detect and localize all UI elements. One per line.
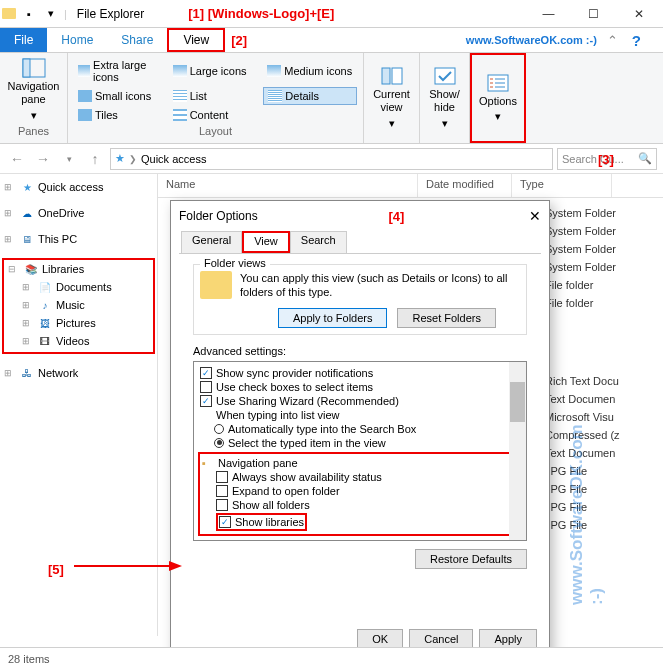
dialog-tab-search[interactable]: Search — [290, 231, 347, 253]
checkbox-icon[interactable] — [219, 516, 231, 528]
column-type[interactable]: Type — [512, 174, 612, 197]
dialog-close-button[interactable]: ✕ — [529, 208, 541, 224]
maximize-button[interactable]: ☐ — [571, 1, 616, 27]
qat-dropdown-icon[interactable]: ▾ — [42, 5, 60, 23]
tree-pictures[interactable]: ⊞🖼Pictures — [4, 314, 153, 332]
adv-use-check[interactable]: Use check boxes to select items — [198, 380, 522, 394]
adv-show-all[interactable]: Show all folders — [200, 498, 520, 512]
advanced-settings-list[interactable]: Show sync provider notifications Use che… — [193, 361, 527, 541]
dialog-tab-general[interactable]: General — [181, 231, 242, 253]
layout-small[interactable]: Small icons — [74, 87, 168, 106]
checkbox-icon[interactable] — [200, 395, 212, 407]
app-icon — [2, 8, 16, 19]
tree-this-pc[interactable]: ⊞🖥This PC — [0, 230, 157, 248]
layout-large[interactable]: Large icons — [169, 57, 263, 86]
dropdown-icon: ▾ — [495, 110, 501, 123]
ok-button[interactable]: OK — [357, 629, 403, 649]
dropdown-icon: ▾ — [31, 109, 37, 122]
tree-network[interactable]: ⊞🖧Network — [0, 364, 157, 382]
dialog-tab-view[interactable]: View — [242, 231, 290, 253]
layout-list[interactable]: List — [169, 87, 263, 106]
adv-when-typing: When typing into list view — [198, 408, 522, 422]
folder-views-label: Folder views — [200, 257, 270, 269]
ribbon-content: Navigation pane ▾ Panes Extra large icon… — [0, 52, 663, 144]
adv-auto-type[interactable]: Automatically type into the Search Box — [198, 422, 522, 436]
tab-home[interactable]: Home — [47, 28, 107, 52]
checkbox-icon[interactable] — [216, 471, 228, 483]
svg-marker-7 — [169, 561, 182, 571]
tab-file[interactable]: File — [0, 28, 47, 52]
folder-options-dialog: Folder Options [4] ✕ General View Search… — [170, 200, 550, 660]
show-hide-button[interactable]: Show/ hide▾ — [426, 57, 463, 139]
restore-defaults-button[interactable]: Restore Defaults — [415, 549, 527, 569]
adv-expand-open[interactable]: Expand to open folder — [200, 484, 520, 498]
annotation-4: [4] — [388, 209, 404, 224]
layout-group-label: Layout — [74, 123, 357, 139]
type-cell: Microsoft Visu — [545, 408, 645, 426]
tab-view[interactable]: View — [167, 28, 225, 52]
type-cell: JPG File — [545, 480, 645, 498]
layout-tiles[interactable]: Tiles — [74, 106, 168, 123]
column-name[interactable]: Name — [158, 174, 418, 197]
annotation-3: [3] — [598, 152, 614, 167]
apply-to-folders-button[interactable]: Apply to Folders — [278, 308, 387, 328]
type-cell: System Folder — [545, 204, 645, 222]
tab-share[interactable]: Share — [107, 28, 167, 52]
tree-documents[interactable]: ⊞📄Documents — [4, 278, 153, 296]
advanced-settings-label: Advanced settings: — [193, 345, 527, 357]
type-cell: JPG File — [545, 462, 645, 480]
options-button[interactable]: Options ▾ — [479, 59, 517, 137]
radio-icon[interactable] — [214, 424, 224, 434]
status-bar: 28 items — [0, 647, 663, 669]
adv-nav-pane: ▪Navigation pane — [200, 456, 520, 470]
adv-show-sync[interactable]: Show sync provider notifications — [198, 366, 522, 380]
qat-icon[interactable]: ▪ — [20, 5, 38, 23]
current-view-icon — [380, 66, 404, 86]
annotation-arrow — [74, 556, 184, 576]
radio-icon[interactable] — [214, 438, 224, 448]
type-cell: JPG File — [545, 498, 645, 516]
reset-folders-button[interactable]: Reset Folders — [397, 308, 495, 328]
adv-show-lib-row[interactable]: Show libraries — [200, 512, 520, 532]
forward-button[interactable]: → — [32, 148, 54, 170]
minimize-button[interactable]: — — [526, 1, 571, 27]
tree-videos[interactable]: ⊞🎞Videos — [4, 332, 153, 350]
up-button[interactable]: ↑ — [84, 148, 106, 170]
annotation-2: [2] — [231, 33, 247, 48]
adv-select-typed[interactable]: Select the typed item in the view — [198, 436, 522, 450]
tree-onedrive[interactable]: ⊞☁OneDrive — [0, 204, 157, 222]
annotation-1: [1] [Windows-Logo]+[E] — [188, 6, 334, 21]
tree-music[interactable]: ⊞♪Music — [4, 296, 153, 314]
checkbox-icon[interactable] — [200, 381, 212, 393]
back-button[interactable]: ← — [6, 148, 28, 170]
adv-use-sharing[interactable]: Use Sharing Wizard (Recommended) — [198, 394, 522, 408]
layout-content[interactable]: Content — [169, 106, 263, 123]
cancel-button[interactable]: Cancel — [409, 629, 473, 649]
adv-always-avail[interactable]: Always show availability status — [200, 470, 520, 484]
close-button[interactable]: ✕ — [616, 1, 661, 27]
scrollbar[interactable] — [509, 362, 526, 540]
type-cell: System Folder — [545, 258, 645, 276]
column-date[interactable]: Date modified — [418, 174, 512, 197]
layout-details[interactable]: Details — [263, 87, 357, 106]
apply-button[interactable]: Apply — [479, 629, 537, 649]
tree-quick-access[interactable]: ⊞★Quick access — [0, 178, 157, 196]
collapse-ribbon-icon[interactable]: ⌃ — [607, 33, 618, 48]
recent-dropdown[interactable]: ▾ — [58, 148, 80, 170]
checkbox-icon[interactable] — [200, 367, 212, 379]
layout-medium[interactable]: Medium icons — [263, 57, 357, 86]
type-cell: Compressed (z — [545, 426, 645, 444]
checkbox-icon[interactable] — [216, 485, 228, 497]
address-path[interactable]: ★ ❯ Quick access — [110, 148, 553, 170]
dialog-title: Folder Options — [179, 209, 258, 223]
svg-rect-4 — [435, 68, 455, 84]
tree-libraries[interactable]: ⊟📚Libraries — [4, 260, 153, 278]
checkbox-icon[interactable] — [216, 499, 228, 511]
navigation-pane-button[interactable]: Navigation pane ▾ — [6, 57, 61, 123]
svg-rect-1 — [23, 59, 30, 77]
type-cell: File folder — [545, 276, 645, 294]
scrollbar-thumb[interactable] — [510, 382, 525, 422]
layout-extra-large[interactable]: Extra large icons — [74, 57, 168, 86]
help-icon[interactable]: ? — [632, 32, 641, 49]
current-view-button[interactable]: Current view▾ — [370, 57, 413, 139]
